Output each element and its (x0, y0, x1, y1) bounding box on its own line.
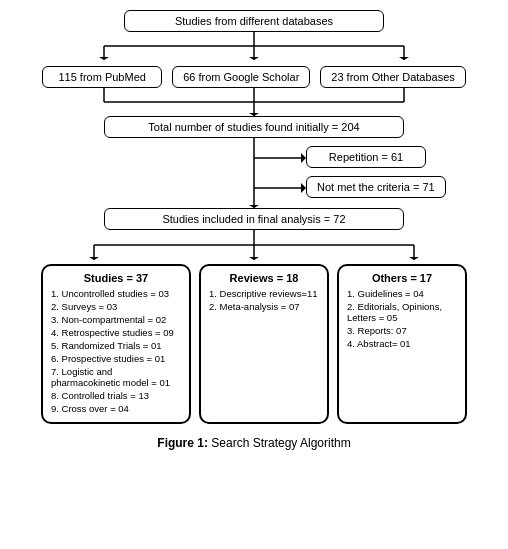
others-title: Others = 17 (347, 272, 457, 284)
list-item: 4. Abstract= 01 (347, 338, 457, 349)
svg-marker-6 (249, 57, 259, 60)
svg-marker-7 (399, 57, 409, 60)
list-item: 6. Prospective studies = 01 (51, 353, 181, 364)
list-item: 1. Descriptive reviews=11 (209, 288, 319, 299)
top-arrows (44, 32, 464, 60)
title-text: Studies from different databases (175, 15, 333, 27)
list-item: 7. Logistic and pharmacokinetic model = … (51, 366, 181, 388)
studies-items: 1. Uncontrolled studies = 032. Surveys =… (51, 288, 181, 414)
other-box: 23 from Other Databases (320, 66, 466, 88)
final-box: Studies included in final analysis = 72 (104, 208, 404, 230)
list-item: 1. Uncontrolled studies = 03 (51, 288, 181, 299)
scholar-label: 66 from Google Scholar (183, 71, 299, 83)
svg-marker-13 (249, 113, 259, 116)
list-item: 2. Editorials, Opinions, Letters = 05 (347, 301, 457, 323)
list-item: 4. Retrospective studies = 09 (51, 327, 181, 338)
source-row: 115 from PubMed 66 from Google Scholar 2… (42, 66, 466, 88)
title-box: Studies from different databases (124, 10, 384, 32)
list-item: 2. Meta-analysis = 07 (209, 301, 319, 312)
bottom-arrows-svg (19, 230, 489, 260)
figure-title: Search Strategy Algorithm (208, 436, 351, 450)
total-box: Total number of studies found initially … (104, 116, 404, 138)
svg-marker-19 (249, 205, 259, 208)
merge-arrows (44, 88, 464, 116)
list-item: 1. Guidelines = 04 (347, 288, 457, 299)
list-item: 8. Controlled trials = 13 (51, 390, 181, 401)
others-items: 1. Guidelines = 042. Editorials, Opinion… (347, 288, 457, 349)
reviews-items: 1. Descriptive reviews=112. Meta-analysi… (209, 288, 319, 312)
repetition-box: Repetition = 61 (306, 146, 426, 168)
others-box: Others = 17 1. Guidelines = 042. Editori… (337, 264, 467, 424)
reviews-title: Reviews = 18 (209, 272, 319, 284)
pubmed-label: 115 from PubMed (58, 71, 145, 83)
svg-marker-5 (99, 57, 109, 60)
reviews-box: Reviews = 18 1. Descriptive reviews=112.… (199, 264, 329, 424)
bottom-arrows (19, 230, 489, 260)
repetition-text: Repetition = 61 (329, 151, 403, 163)
list-item: 3. Reports: 07 (347, 325, 457, 336)
other-label: 23 from Other Databases (331, 71, 455, 83)
total-text: Total number of studies found initially … (148, 121, 359, 133)
studies-box: Studies = 37 1. Uncontrolled studies = 0… (41, 264, 191, 424)
svg-marker-26 (249, 257, 259, 260)
svg-marker-27 (409, 257, 419, 260)
top-arrows-svg (44, 32, 464, 60)
list-item: 2. Surveys = 03 (51, 301, 181, 312)
svg-marker-25 (89, 257, 99, 260)
final-text: Studies included in final analysis = 72 (162, 213, 345, 225)
scholar-box: 66 from Google Scholar (172, 66, 310, 88)
bottom-three: Studies = 37 1. Uncontrolled studies = 0… (9, 264, 499, 424)
not-met-text: Not met the criteria = 71 (317, 181, 435, 193)
studies-title: Studies = 37 (51, 272, 181, 284)
pubmed-box: 115 from PubMed (42, 66, 162, 88)
figure-label: Figure 1: (157, 436, 208, 450)
list-item: 9. Cross over = 04 (51, 403, 181, 414)
list-item: 5. Randomized Trials = 01 (51, 340, 181, 351)
list-item: 3. Non-compartmental = 02 (51, 314, 181, 325)
merge-arrows-svg (44, 88, 464, 116)
flowchart: Studies from different databases 115 fro… (9, 10, 499, 424)
figure-caption: Figure 1: Search Strategy Algorithm (157, 436, 350, 450)
not-met-box: Not met the criteria = 71 (306, 176, 446, 198)
branch-area: Repetition = 61 Not met the criteria = 7… (44, 138, 464, 208)
